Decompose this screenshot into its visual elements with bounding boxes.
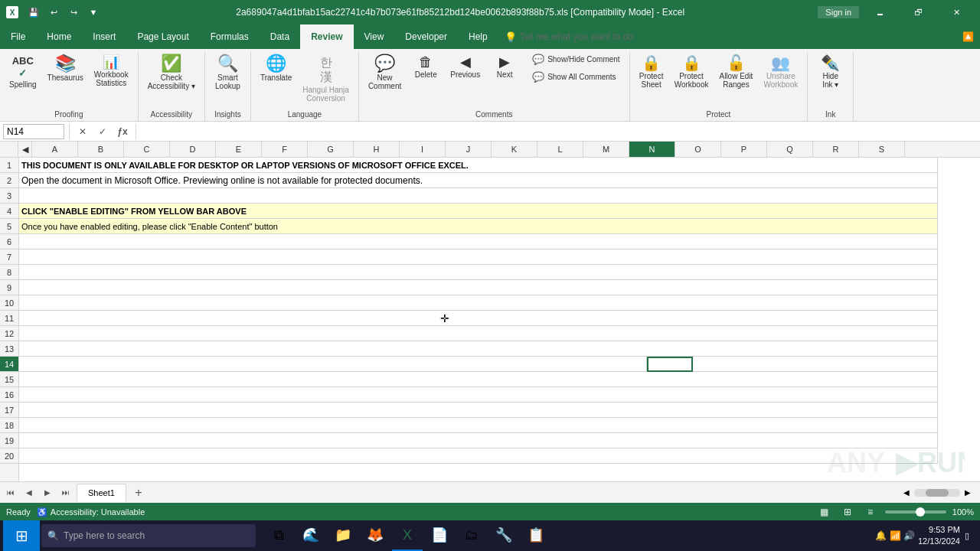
taskbar-task-view[interactable]: ⧉ xyxy=(263,520,294,551)
undo-icon[interactable]: ↩ xyxy=(44,3,63,21)
taskbar-search[interactable]: 🔍 Type here to search xyxy=(41,524,256,547)
row-header-17[interactable]: 17 xyxy=(0,403,18,418)
tab-nav-first[interactable]: ⏮ xyxy=(3,485,18,500)
tab-file[interactable]: File xyxy=(0,24,36,49)
cell-A4[interactable]: CLICK "ENABLE EDITING" FROM YELLOW BAR A… xyxy=(19,204,938,219)
taskbar-app6[interactable]: 📄 xyxy=(424,520,455,551)
cell-A13[interactable] xyxy=(19,341,938,357)
scroll-track[interactable] xyxy=(914,489,960,497)
cell-A19[interactable] xyxy=(19,433,938,448)
row-header-7[interactable]: 7 xyxy=(0,249,18,265)
new-comment-button[interactable]: 💬 NewComment xyxy=(364,52,406,93)
col-header-A[interactable]: A xyxy=(32,142,78,157)
row-header-3[interactable]: 3 xyxy=(0,188,18,204)
normal-view-button[interactable]: ▦ xyxy=(816,505,833,519)
row-header-8[interactable]: 8 xyxy=(0,265,18,280)
row-header-18[interactable]: 18 xyxy=(0,418,18,433)
row-header-16[interactable]: 16 xyxy=(0,387,18,403)
taskbar-app7[interactable]: 🗂 xyxy=(456,520,487,551)
sign-in-button[interactable]: Sign in xyxy=(818,6,859,18)
col-header-L[interactable]: L xyxy=(537,142,583,157)
cell-A10[interactable] xyxy=(19,295,938,311)
zoom-thumb[interactable] xyxy=(916,507,925,517)
cell-A17[interactable] xyxy=(19,403,938,418)
cell-A9[interactable] xyxy=(19,280,938,295)
thesaurus-button[interactable]: 📚 Thesaurus xyxy=(43,52,88,85)
zoom-slider[interactable] xyxy=(885,510,946,514)
cell-A7[interactable] xyxy=(19,249,938,265)
tab-page-layout[interactable]: Page Layout xyxy=(126,24,199,49)
smart-lookup-button[interactable]: 🔍 SmartLookup xyxy=(211,52,245,93)
col-header-K[interactable]: K xyxy=(492,142,537,157)
cell-A15[interactable] xyxy=(19,372,938,387)
insert-function-button[interactable]: ƒx xyxy=(114,123,131,140)
col-header-H[interactable]: H xyxy=(354,142,400,157)
protect-sheet-button[interactable]: 🔒 ProtectSheet xyxy=(635,52,668,92)
col-header-N[interactable]: N xyxy=(629,142,675,157)
close-button[interactable]: ✕ xyxy=(939,0,974,24)
confirm-formula-button[interactable]: ✓ xyxy=(94,123,111,140)
delete-comment-button[interactable]: 🗑 Delete xyxy=(409,52,443,82)
cell-N14[interactable] xyxy=(647,357,693,372)
check-accessibility-button[interactable]: ✅ CheckAccessibility ▾ xyxy=(143,52,200,93)
row-header-2[interactable]: 2 xyxy=(0,173,18,188)
cell-O14[interactable] xyxy=(693,357,938,372)
minimize-button[interactable]: 🗕 xyxy=(862,0,897,24)
col-header-D[interactable]: D xyxy=(170,142,216,157)
restore-button[interactable]: 🗗 xyxy=(900,0,936,24)
col-header-C[interactable]: C xyxy=(124,142,170,157)
show-desktop-button[interactable]: ▯ xyxy=(963,531,971,541)
tab-help[interactable]: Help xyxy=(458,24,498,49)
row-header-4[interactable]: 4 xyxy=(0,204,18,219)
row-header-1[interactable]: 1 xyxy=(0,158,18,173)
cell-A3[interactable] xyxy=(19,188,938,204)
col-header-P[interactable]: P xyxy=(721,142,767,157)
page-layout-view-button[interactable]: ⊞ xyxy=(839,505,856,519)
col-header-B[interactable]: B xyxy=(78,142,124,157)
row-header-11[interactable]: 11 xyxy=(0,311,18,326)
show-all-comments-button[interactable]: 💬 Show All Comments xyxy=(528,70,624,84)
workbook-statistics-button[interactable]: 📊 WorkbookStatistics xyxy=(90,52,133,90)
col-header-I[interactable]: I xyxy=(400,142,446,157)
row-header-19[interactable]: 19 xyxy=(0,433,18,448)
row-header-6[interactable]: 6 xyxy=(0,234,18,249)
show-hide-comment-button[interactable]: 💬 Show/Hide Comment xyxy=(528,52,624,67)
taskbar-app9[interactable]: 📋 xyxy=(521,520,551,551)
start-button[interactable]: ⊞ xyxy=(3,520,40,551)
tab-nav-next[interactable]: ▶ xyxy=(40,485,55,500)
cell-A8[interactable] xyxy=(19,265,938,280)
hide-ink-button[interactable]: ✒️ HideInk ▾ xyxy=(814,52,848,92)
cell-A12[interactable] xyxy=(19,326,938,341)
translate-button[interactable]: 🌐 Translate xyxy=(256,52,296,85)
formula-input[interactable] xyxy=(141,126,977,137)
cell-A11[interactable]: ✛ xyxy=(19,311,938,326)
tab-formulas[interactable]: Formulas xyxy=(200,24,260,49)
cell-A18[interactable] xyxy=(19,418,938,433)
cell-A6[interactable] xyxy=(19,234,938,249)
cell-A14[interactable] xyxy=(19,357,647,372)
customize-quick-access-icon[interactable]: ▼ xyxy=(84,3,103,21)
spelling-button[interactable]: ABC✓ Spelling xyxy=(5,52,41,92)
tab-review[interactable]: Review xyxy=(300,24,353,49)
scroll-right-button[interactable]: ▶ xyxy=(962,487,974,499)
save-icon[interactable]: 💾 xyxy=(24,3,43,21)
row-header-15[interactable]: 15 xyxy=(0,372,18,387)
tab-nav-prev[interactable]: ◀ xyxy=(21,485,37,500)
protect-workbook-button[interactable]: 🔒 ProtectWorkbook xyxy=(670,52,714,92)
sheet-tab-sheet1[interactable]: Sheet1 xyxy=(77,484,126,502)
allow-edit-ranges-button[interactable]: 🔓 Allow EditRanges xyxy=(714,52,757,92)
col-header-S[interactable]: S xyxy=(859,142,905,157)
name-box[interactable]: N14 xyxy=(3,124,64,139)
taskbar-excel[interactable]: X xyxy=(392,520,423,551)
taskbar-app8[interactable]: 🔧 xyxy=(488,520,519,551)
next-comment-button[interactable]: ▶ Next xyxy=(488,52,521,82)
page-break-view-button[interactable]: ≡ xyxy=(862,505,879,519)
scroll-thumb[interactable] xyxy=(926,489,949,497)
row-header-9[interactable]: 9 xyxy=(0,280,18,295)
ribbon-collapse-button[interactable]: 🔼 xyxy=(962,24,980,49)
tab-nav-last[interactable]: ⏭ xyxy=(58,485,74,500)
previous-comment-button[interactable]: ◀ Previous xyxy=(446,52,485,82)
row-nav-left[interactable]: ◀ xyxy=(18,142,32,157)
col-header-G[interactable]: G xyxy=(308,142,354,157)
taskbar-explorer[interactable]: 📁 xyxy=(328,520,358,551)
